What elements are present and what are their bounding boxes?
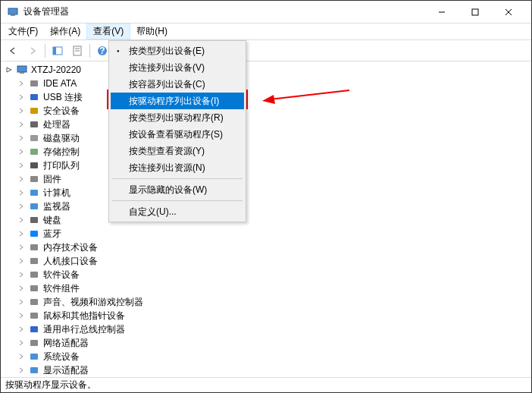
tree-item-label: 系统设备 [42,351,81,363]
chevron-right-icon[interactable] [16,146,27,157]
tree-item-label: 监视器 [42,200,72,213]
chevron-right-icon[interactable] [16,201,27,212]
expander-icon[interactable] [4,64,14,75]
svg-rect-26 [30,231,38,237]
chevron-right-icon[interactable] [16,187,27,198]
menuitem-drivers-by-device[interactable]: 按设备查看驱动程序(S) [111,126,244,143]
component-icon [28,282,40,294]
svg-rect-19 [30,135,38,141]
chevron-right-icon[interactable] [16,215,27,225]
tree-item[interactable]: 固件 [13,172,531,186]
tree-item-label: 磁盘驱动 [42,132,81,145]
chevron-right-icon[interactable] [16,119,27,130]
menuitem-resources-by-connection[interactable]: 按连接列出资源(N) [111,159,244,176]
chevron-right-icon[interactable] [16,297,27,307]
show-hide-console-tree-button[interactable] [49,42,67,59]
tree-item-label: 安全设备 [42,105,81,118]
mouse-icon [28,310,40,322]
tree-item-label: 内存技术设备 [42,241,99,254]
window-controls [425,1,525,24]
tree-item[interactable]: 鼠标和其他指针设备 [13,309,531,322]
svg-rect-16 [30,94,38,100]
tree-item[interactable]: 系统设备 [13,350,531,363]
chevron-right-icon[interactable] [16,242,27,253]
tree-item[interactable]: 存储控制 [13,145,531,159]
menu-help[interactable]: 帮助(H) [130,24,174,39]
tree-item[interactable]: 处理器 [13,118,531,131]
chevron-right-icon[interactable] [16,283,27,294]
tree-item-label: 处理器 [42,118,72,131]
chevron-right-icon[interactable] [16,324,27,335]
minimize-button[interactable] [425,1,458,24]
tree-item[interactable]: IDE ATA [13,77,531,90]
svg-rect-1 [11,14,15,16]
tree-item[interactable]: 监视器 [13,200,531,213]
menuitem-devices-by-driver[interactable]: 按驱动程序列出设备(I) [111,93,244,109]
menuitem-resources-by-type[interactable]: 按类型查看资源(Y) [111,143,244,159]
chevron-right-icon[interactable] [16,351,27,362]
usb-icon [28,91,40,103]
menuitem-devices-by-container[interactable]: 按容器列出设备(C) [111,76,244,93]
tree-item[interactable]: 磁盘驱动 [13,131,531,145]
tree-item[interactable]: 显示适配器 [13,363,531,377]
menuitem-drivers-by-type[interactable]: 按类型列出驱动程序(R) [111,109,244,126]
tree-item[interactable]: 键盘 [13,213,531,227]
menu-view[interactable]: 查看(V) [86,24,130,39]
close-button[interactable] [492,1,525,24]
tree-item[interactable]: 人机接口设备 [13,254,531,268]
tree-item[interactable]: 软件组件 [13,281,531,295]
menu-action[interactable]: 操作(A) [44,24,86,39]
tree-item[interactable]: 声音、视频和游戏控制器 [13,295,531,309]
menuitem-customize[interactable]: 自定义(U)... [111,203,244,220]
tree-item[interactable]: 内存技术设备 [13,241,531,254]
memory-icon [28,241,40,253]
svg-rect-7 [53,47,56,55]
computer-icon [16,64,28,76]
tree-item[interactable]: 蓝牙 [13,227,531,241]
menuitem-show-hidden[interactable]: 显示隐藏的设备(W) [111,181,244,198]
tree-item[interactable]: 安全设备 [13,104,531,118]
chevron-right-icon[interactable] [16,338,27,348]
chevron-right-icon[interactable] [16,256,27,266]
chevron-right-icon[interactable] [16,365,27,376]
svg-rect-18 [30,121,38,127]
chevron-right-icon[interactable] [16,78,27,89]
menuitem-devices-by-connection[interactable]: 按连接列出设备(V) [111,59,244,76]
tree-item[interactable]: 打印队列 [13,159,531,172]
bluetooth-icon [28,228,40,240]
view-menu-dropdown: 按类型列出设备(E) 按连接列出设备(V) 按容器列出设备(C) 按驱动程序列出… [108,40,246,222]
menuitem-devices-by-type[interactable]: 按类型列出设备(E) [111,42,244,59]
storage-icon [28,146,40,158]
svg-rect-13 [17,66,27,72]
chevron-right-icon[interactable] [16,310,27,321]
tree-item[interactable]: 通用串行总线控制器 [13,322,531,336]
app-icon [7,6,19,18]
back-button[interactable] [4,42,22,59]
tree-item[interactable]: 计算机 [13,186,531,200]
chevron-right-icon[interactable] [16,269,27,280]
chevron-right-icon[interactable] [16,133,27,143]
chevron-right-icon[interactable] [16,160,27,171]
device-tree-pane: XTZJ-20220 IDE ATAUSB 连接安全设备处理器磁盘驱动存储控制打… [1,61,531,377]
chevron-right-icon[interactable] [16,174,27,184]
menubar: 文件(F) 操作(A) 查看(V) 帮助(H) [1,24,531,40]
tree-item[interactable]: 网络适配器 [13,336,531,350]
tree-item[interactable]: USB 连接 [13,90,531,104]
svg-rect-35 [30,354,38,360]
svg-rect-14 [20,72,24,74]
menu-file[interactable]: 文件(F) [2,24,44,39]
properties-button[interactable] [68,42,86,59]
chevron-right-icon[interactable] [16,105,27,116]
chevron-right-icon[interactable] [16,92,27,102]
computer-icon [28,187,40,199]
tree-item-label: 蓝牙 [42,228,63,241]
tree-root[interactable]: XTZJ-20220 [1,63,531,77]
chevron-right-icon[interactable] [16,228,27,239]
maximize-button[interactable] [458,1,492,24]
disk-icon [28,132,40,144]
tree-item[interactable]: 软件设备 [13,268,531,281]
separator [45,44,45,58]
tree-item-label: 人机接口设备 [42,255,99,268]
forward-button[interactable] [23,42,42,59]
tree-item-label: USB 连接 [42,91,84,104]
